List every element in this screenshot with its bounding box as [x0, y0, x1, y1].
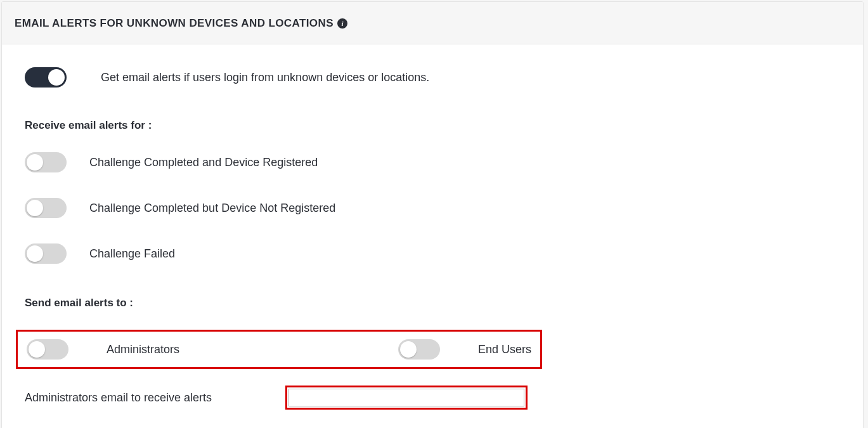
target-label: End Users [478, 343, 531, 356]
target-administrators: Administrators [27, 339, 179, 360]
email-alerts-card: EMAIL ALERTS FOR UNKNOWN DEVICES AND LOC… [1, 1, 864, 428]
admin-email-label: Administrators email to receive alerts [25, 391, 212, 405]
send-section-title: Send email alerts to : [25, 297, 840, 309]
toggle-knob [48, 69, 65, 86]
toggle-knob [400, 341, 417, 358]
receive-section-title: Receive email alerts for : [25, 119, 840, 132]
toggle-administrators[interactable] [27, 339, 68, 360]
toggle-challenge-failed[interactable] [25, 243, 67, 264]
card-header: EMAIL ALERTS FOR UNKNOWN DEVICES AND LOC… [2, 2, 863, 44]
option-label: Challenge Failed [89, 247, 175, 261]
email-alerts-toggle[interactable] [25, 67, 67, 88]
email-alerts-description: Get email alerts if users login from unk… [101, 71, 429, 84]
target-label: Administrators [107, 343, 179, 356]
toggle-knob [27, 200, 43, 216]
admin-email-row: Administrators email to receive alerts [25, 386, 840, 410]
admin-email-input[interactable] [288, 389, 524, 406]
toggle-knob [29, 341, 45, 358]
target-end-users: End Users [398, 339, 531, 360]
send-targets-highlight: Administrators End Users [16, 330, 542, 369]
admin-email-highlight [285, 386, 528, 410]
option-row-challenge-failed: Challenge Failed [25, 243, 840, 264]
toggle-knob [27, 154, 43, 171]
send-targets-group: Administrators End Users [16, 330, 542, 369]
option-row-challenge-completed-registered: Challenge Completed and Device Registere… [25, 152, 840, 172]
main-toggle-row: Get email alerts if users login from unk… [25, 67, 840, 88]
option-label: Challenge Completed but Device Not Regis… [89, 202, 335, 215]
toggle-end-users[interactable] [398, 339, 440, 360]
option-row-challenge-completed-not-registered: Challenge Completed but Device Not Regis… [25, 198, 840, 218]
toggle-challenge-completed-registered[interactable] [25, 152, 67, 172]
toggle-challenge-completed-not-registered[interactable] [25, 198, 67, 218]
option-label: Challenge Completed and Device Registere… [89, 156, 318, 169]
toggle-knob [27, 245, 43, 262]
info-icon[interactable]: i [337, 18, 347, 29]
card-title: EMAIL ALERTS FOR UNKNOWN DEVICES AND LOC… [15, 17, 334, 30]
card-body: Get email alerts if users login from unk… [2, 44, 863, 428]
